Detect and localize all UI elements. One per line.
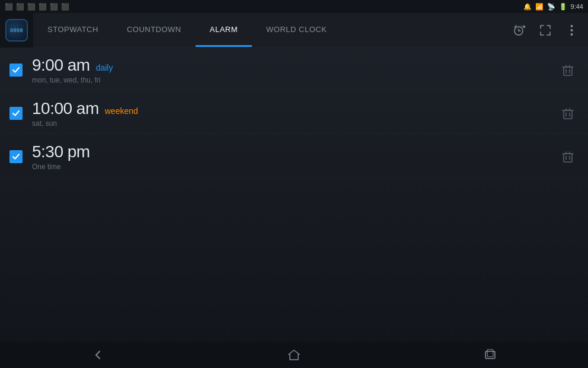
alarm-label-2: weekend xyxy=(105,106,138,116)
logo-inner: 0008 xyxy=(5,19,28,42)
alarm-delete-button-1[interactable] xyxy=(557,59,579,81)
tab-alarm[interactable]: ALARM xyxy=(196,13,252,47)
app-logo: 0008 xyxy=(0,13,33,47)
svg-point-9 xyxy=(570,33,573,36)
svg-marker-28 xyxy=(289,350,299,360)
add-alarm-button[interactable] xyxy=(507,18,531,42)
recents-button[interactable] xyxy=(472,344,508,366)
add-alarm-icon xyxy=(513,24,526,37)
main-content: 9:00 am daily mon, tue, wed, thu, fri xyxy=(0,47,588,342)
wifi-icon: 📡 xyxy=(547,3,555,11)
alarm-days-2: sat, sun xyxy=(32,119,557,128)
alarm-checkbox-3[interactable] xyxy=(9,150,23,163)
svg-rect-30 xyxy=(487,350,493,357)
battery-icon: 🔋 xyxy=(559,3,567,11)
delete-icon-3 xyxy=(562,150,574,163)
more-options-button[interactable] xyxy=(560,18,583,42)
alarm-checkbox-2[interactable] xyxy=(9,107,23,120)
status-left-icons: ⬛ ⬛ ⬛ ⬛ ⬛ ⬛ xyxy=(5,3,69,11)
home-icon xyxy=(287,348,301,361)
status-app-icon-3: ⬛ xyxy=(27,3,36,11)
top-actions xyxy=(507,18,588,42)
status-right-icons: 🔔 📶 📡 🔋 9:44 xyxy=(523,3,583,11)
alarm-delete-button-2[interactable] xyxy=(557,103,579,124)
delete-icon-2 xyxy=(562,107,574,120)
alarm-info-3: 5:30 pm One time xyxy=(32,142,557,171)
alarm-item-1: 9:00 am daily mon, tue, wed, thu, fri xyxy=(0,47,588,91)
tab-worldclock[interactable]: WORLD CLOCK xyxy=(252,13,341,47)
status-app-icon-1: ⬛ xyxy=(5,3,13,11)
alarm-item-3: 5:30 pm One time xyxy=(0,134,588,177)
status-app-icon-4: ⬛ xyxy=(39,3,47,11)
status-app-icon-2: ⬛ xyxy=(16,3,24,11)
alarm-time-row-2: 10:00 am weekend xyxy=(32,99,557,118)
svg-rect-22 xyxy=(564,154,572,162)
status-app-icon-5: ⬛ xyxy=(50,3,58,11)
delete-icon-1 xyxy=(562,64,574,77)
alarm-days-1: mon, tue, wed, thu, fri xyxy=(32,76,557,84)
top-bar: 0008 STOPWATCH COUNTDOWN ALARM WORLD CLO… xyxy=(0,13,588,47)
alarm-label-1: daily xyxy=(96,63,113,72)
svg-line-6 xyxy=(521,26,523,27)
status-app-icon-6: ⬛ xyxy=(61,3,69,11)
svg-rect-10 xyxy=(564,67,572,75)
svg-point-7 xyxy=(570,25,573,27)
checkmark-icon-2 xyxy=(12,109,20,118)
alarm-item-2: 10:00 am weekend sat, sun xyxy=(0,91,588,134)
tab-countdown[interactable]: COUNTDOWN xyxy=(113,13,196,47)
nav-tabs: STOPWATCH COUNTDOWN ALARM WORLD CLOCK xyxy=(33,13,507,47)
bottom-nav xyxy=(0,342,588,368)
home-button[interactable] xyxy=(276,344,312,366)
fullscreen-button[interactable] xyxy=(533,18,557,42)
fullscreen-icon xyxy=(539,24,552,37)
status-time: 9:44 xyxy=(571,3,583,10)
alarm-time-2: 10:00 am xyxy=(32,99,99,118)
alarm-status-icon: 🔔 xyxy=(523,3,532,11)
alarm-checkbox-1[interactable] xyxy=(9,64,23,77)
alarm-time-row-3: 5:30 pm xyxy=(32,142,557,161)
tab-stopwatch[interactable]: STOPWATCH xyxy=(33,13,113,47)
back-button[interactable] xyxy=(80,344,116,366)
checkmark-icon-3 xyxy=(12,153,20,161)
alarm-days-3: One time xyxy=(32,163,557,171)
alarm-time-1: 9:00 am xyxy=(32,56,90,75)
recents-icon xyxy=(484,348,497,361)
alarm-delete-button-3[interactable] xyxy=(557,146,579,167)
alarm-info-2: 10:00 am weekend sat, sun xyxy=(32,99,557,128)
svg-point-8 xyxy=(570,29,573,31)
svg-line-5 xyxy=(514,26,516,27)
alarm-time-3: 5:30 pm xyxy=(32,142,90,161)
checkmark-icon-1 xyxy=(12,66,20,74)
more-options-icon xyxy=(570,24,573,36)
signal-icon: 📶 xyxy=(535,3,544,11)
alarm-time-row-1: 9:00 am daily xyxy=(32,56,557,75)
alarm-info-1: 9:00 am daily mon, tue, wed, thu, fri xyxy=(32,56,557,84)
status-bar: ⬛ ⬛ ⬛ ⬛ ⬛ ⬛ 🔔 📶 📡 🔋 9:44 xyxy=(0,0,588,13)
svg-rect-16 xyxy=(564,110,572,119)
back-icon xyxy=(91,348,104,361)
